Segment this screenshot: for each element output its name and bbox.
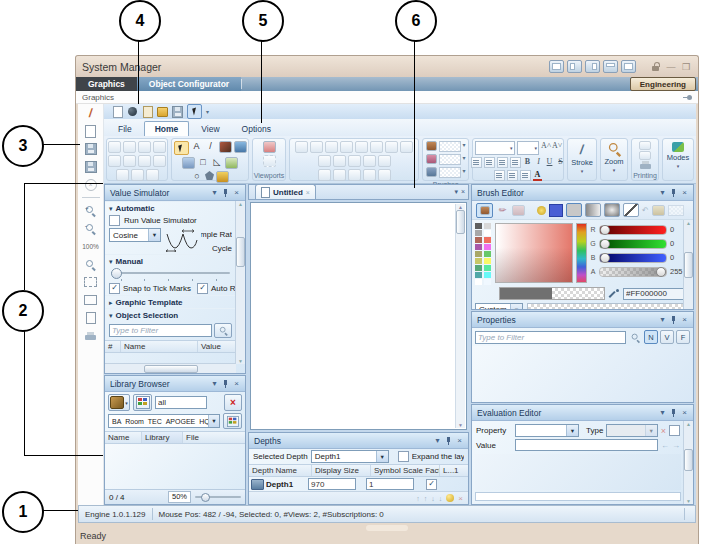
pin-icon[interactable] [668,407,679,418]
library-zoom-slider[interactable] [195,492,241,502]
breadcrumb-pin-icon[interactable] [683,93,692,102]
panel-menu-icon[interactable]: ▾ [657,187,668,198]
evaluation-vscrollbar[interactable]: ▲ ▼ [683,421,693,504]
panel-menu-icon[interactable]: ▾ [657,407,668,418]
lock-tool-icon[interactable] [182,157,195,169]
linear-gradient-brush-button[interactable] [585,203,601,217]
snap-to-tick-marks-checkbox[interactable]: ✓ [109,283,120,294]
qa-open-project-icon[interactable] [127,106,138,117]
color-swatch[interactable] [475,251,482,257]
color-swatch[interactable] [475,258,482,264]
send-back-icon[interactable] [370,141,383,153]
scroll-down-icon[interactable]: ▼ [686,498,691,504]
marquee-select-icon[interactable] [83,275,99,289]
move-down-icon[interactable]: ↓ [431,495,435,502]
send-backward-icon[interactable] [348,169,361,181]
brush-editor-header[interactable]: Brush Editor ▾ × [472,185,693,201]
align-justify-icon[interactable] [510,157,521,168]
depth-row[interactable]: Depth1 ✓ [249,477,468,491]
brush-editor-vscrollbar[interactable]: ▲ ▼ [683,220,693,310]
properties-filter-button[interactable]: F [676,330,690,344]
snippet-icon[interactable] [83,311,99,325]
viewport-add-icon[interactable] [263,141,276,153]
close-icon[interactable]: × [679,407,690,418]
evaluation-checkbox[interactable] [669,425,680,436]
distribute-v-icon[interactable] [378,169,391,181]
tab-list-icon[interactable]: ▾ [454,188,458,196]
page-setup-icon[interactable] [639,151,651,160]
align-center-icon[interactable] [484,157,495,168]
brush-type-select[interactable]: Custom ▼ [475,303,523,310]
text-brush-swatch[interactable] [439,167,461,178]
font-color-icon[interactable]: A [533,170,542,181]
line-tool-icon[interactable]: / [205,141,217,155]
value-simulator-header[interactable]: Value Simulator ▾ × [105,185,245,201]
pin-icon[interactable] [668,314,679,325]
properties-filter-input[interactable] [475,331,626,344]
value-input[interactable] [515,439,658,451]
scroll-up-icon[interactable]: ▲ [686,220,691,226]
rotate-gradient-icon[interactable]: ↶ [642,206,649,215]
paste-icon[interactable] [108,141,121,153]
blue-slider[interactable] [599,253,667,263]
duplicate-icon[interactable] [116,169,129,181]
expand-layers-checkbox[interactable] [398,451,409,462]
align-left-obj-icon[interactable] [318,155,331,167]
canvas-vscrollbar[interactable]: ▲ ▼ [455,204,465,428]
properties-search-button[interactable] [628,332,642,343]
eyedropper-icon[interactable] [609,289,619,299]
brush-tool-icon[interactable] [219,141,232,153]
close-icon[interactable]: × [454,435,465,446]
image-brush-target-icon[interactable] [512,205,525,216]
move-bottom-icon[interactable]: ↓ [439,495,443,502]
move-top-icon[interactable]: ↑ [416,495,420,502]
align-right-icon[interactable] [497,157,508,168]
color-swatch[interactable] [475,223,482,229]
library-search-input[interactable] [155,396,207,409]
fill-brush-dropdown-icon[interactable]: ▾ [463,141,466,152]
library-list[interactable] [105,444,245,489]
ribbon-tab-home[interactable]: Home [144,121,190,136]
color-swatch[interactable] [484,279,491,285]
display-size-input[interactable] [308,478,356,490]
column-display-size[interactable]: Display Size [312,465,371,476]
color-swatch[interactable] [475,272,482,278]
fill-brush-icon[interactable] [426,141,437,151]
column-symbol-scale-factor[interactable]: Symbol Scale Factor [371,465,440,476]
print-preview-icon[interactable] [639,141,651,150]
filter-search-button[interactable] [214,323,232,338]
delete-depth-icon[interactable]: × [458,494,463,503]
fill-brush-target-button[interactable] [476,203,493,218]
auto-range-checkbox[interactable]: ✓ [197,283,208,294]
pin-icon[interactable] [220,187,231,198]
fill-tool-icon[interactable] [216,171,229,183]
color-swatch[interactable] [475,279,482,285]
tab-object-configurator[interactable]: Object Configurator [137,77,241,91]
properties-name-button[interactable]: N [644,330,658,344]
add-depth-icon[interactable] [446,494,454,502]
panel-menu-icon[interactable]: ▾ [209,187,220,198]
new-document-icon[interactable] [83,124,99,138]
lock-icon[interactable] [652,62,660,71]
delete-icon[interactable] [131,169,144,181]
bring-forward-icon[interactable] [348,155,361,167]
section-graphic-template[interactable]: ▸ Graphic Template [105,295,236,308]
color-swatch[interactable] [484,272,491,278]
color-swatch[interactable] [475,265,482,271]
column-library[interactable]: Library [142,432,183,443]
selected-depth-select[interactable]: Depth1 ▼ [311,450,389,463]
ribbon-tab-file[interactable]: File [108,122,142,136]
texture-icon[interactable] [652,205,665,216]
rotate-left-icon[interactable] [385,141,398,153]
format-painter-icon[interactable] [138,141,151,153]
erase-icon[interactable] [123,155,136,167]
qa-edit-page-icon[interactable] [142,106,153,117]
cut-icon[interactable] [123,141,136,153]
type-select-disabled[interactable]: ▼ [606,424,657,437]
property-select[interactable]: ▼ [515,424,579,437]
manual-value-slider[interactable] [111,268,230,282]
move-up-icon[interactable]: ↑ [424,495,428,502]
prev-icon[interactable]: ← [661,441,669,450]
document-tab-untitled[interactable]: Untitled × [255,184,316,199]
layout-quad-icon[interactable] [603,60,618,73]
